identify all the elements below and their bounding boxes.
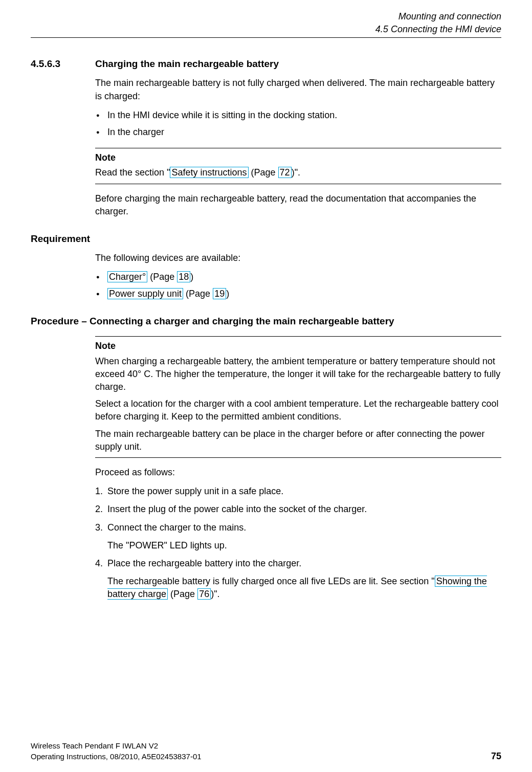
step-item: Insert the plug of the power cable into …: [95, 503, 501, 516]
section-number: 4.5.6.3: [31, 58, 95, 70]
paragraph: Proceed as follows:: [95, 466, 501, 479]
note-text: When charging a rechargeable battery, th…: [95, 355, 501, 394]
list-item: Power supply unit (Page 19): [95, 288, 501, 300]
subheading-procedure: Procedure – Connecting a charger and cha…: [31, 316, 501, 327]
note-title: Note: [95, 151, 501, 164]
link-page-72[interactable]: 72: [278, 167, 292, 178]
step-sub: The rechargeable battery is fully charge…: [107, 575, 501, 601]
subheading-requirement: Requirement: [31, 233, 501, 245]
footer-doc-info: Operating Instructions, 08/2010, A5E0245…: [31, 751, 202, 762]
footer-doc-title: Wireless Teach Pendant F IWLAN V2: [31, 740, 202, 751]
link-safety-instructions[interactable]: Safety instructions: [170, 167, 248, 178]
link-charger[interactable]: Charger°: [107, 271, 147, 282]
note-box: Note Read the section "Safety instructio…: [95, 148, 501, 184]
note-text: Read the section "Safety instructions (P…: [95, 166, 501, 179]
header-chapter: Mounting and connection: [31, 10, 501, 23]
step-item: Place the rechargeable battery into the …: [95, 557, 501, 601]
list-item: Charger° (Page 18): [95, 271, 501, 283]
section-title: Charging the main rechargeable battery: [95, 58, 279, 70]
link-page-76[interactable]: 76: [197, 588, 211, 600]
link-power-supply[interactable]: Power supply unit: [107, 288, 183, 299]
paragraph: Before charging the main rechargeable ba…: [95, 192, 501, 218]
step-sub: The "POWER" LED lights up.: [107, 539, 501, 552]
page-number: 75: [491, 751, 501, 762]
page-header: Mounting and connection 4.5 Connecting t…: [31, 10, 501, 38]
note-text: Select a location for the charger with a…: [95, 398, 501, 423]
link-page-19[interactable]: 19: [213, 288, 226, 299]
link-page-18[interactable]: 18: [177, 271, 190, 282]
header-section: 4.5 Connecting the HMI device: [31, 23, 501, 36]
list-item: In the HMI device while it is sitting in…: [95, 109, 501, 122]
list-item: In the charger: [95, 126, 501, 139]
intro-paragraph: The main rechargeable battery is not ful…: [95, 77, 501, 102]
page-footer: Wireless Teach Pendant F IWLAN V2 Operat…: [31, 740, 501, 762]
step-item: Store the power supply unit in a safe pl…: [95, 485, 501, 498]
note-box: Note When charging a rechargeable batter…: [95, 336, 501, 458]
note-text: The main rechargeable battery can be pla…: [95, 428, 501, 453]
paragraph: The following devices are available:: [95, 252, 501, 264]
step-item: Connect the charger to the mains. The "P…: [95, 521, 501, 552]
note-title: Note: [95, 340, 501, 352]
